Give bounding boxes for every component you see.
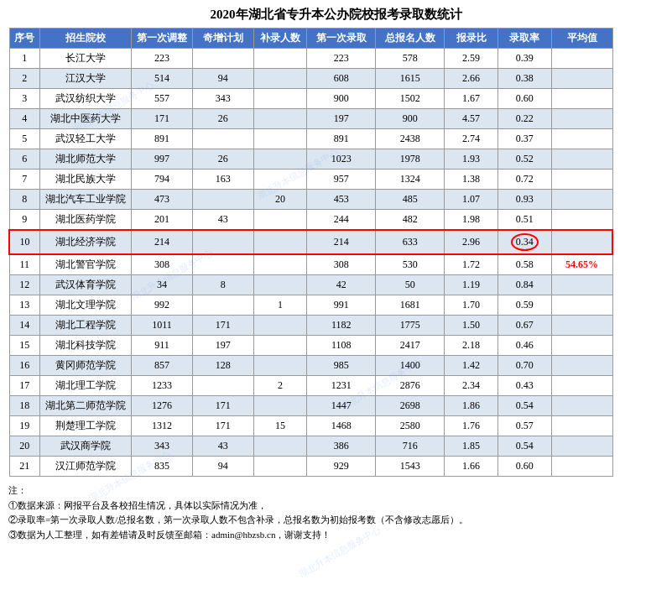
table-cell (253, 89, 307, 109)
table-cell: 473 (132, 190, 193, 210)
table-cell: 1.86 (445, 396, 498, 416)
notes-section: 注：①数据来源：网报平台及各校招生情况，具体以实际情况为准，②录取率=第一次录取… (8, 483, 664, 542)
table-cell: 湖北工程学院 (39, 316, 131, 336)
table-cell: 857 (132, 356, 193, 376)
table-cell: 1023 (307, 149, 376, 170)
table-cell: 1231 (307, 376, 376, 396)
table-cell: 0.46 (497, 336, 551, 356)
table-cell: 17 (9, 376, 39, 396)
table-cell: 2.66 (445, 69, 498, 89)
table-cell (551, 170, 612, 190)
table-cell: 1.38 (445, 170, 498, 190)
table-row: 3武汉纺织大学55734390015021.670.60 (9, 89, 612, 109)
table-row: 15湖北科技学院911197110824172.180.46 (9, 336, 612, 356)
table-row: 13湖北文理学院992199116811.700.59 (9, 295, 612, 316)
table-cell: 18 (9, 396, 39, 416)
table-cell: 2.59 (445, 49, 498, 69)
table-cell: 223 (307, 49, 376, 69)
table-cell: 1775 (376, 316, 445, 336)
table-cell: 湖北警官学院 (39, 254, 131, 275)
note-line: ①数据来源：网报平台及各校招生情况，具体以实际情况为准， (8, 499, 664, 514)
table-cell: 578 (376, 49, 445, 69)
table-cell: 197 (307, 109, 376, 129)
table-cell: 214 (132, 230, 193, 254)
table-cell (253, 170, 307, 190)
table-cell: 19 (9, 416, 39, 436)
table-cell: 26 (192, 149, 253, 170)
table-cell: 0.84 (497, 275, 551, 295)
table-cell: 1543 (376, 457, 445, 477)
column-header: 平均值 (551, 29, 612, 49)
table-cell: 湖北理工学院 (39, 376, 131, 396)
table-cell: 黄冈师范学院 (39, 356, 131, 376)
table-cell (551, 376, 612, 396)
table-cell (253, 254, 307, 275)
table-cell: 0.70 (497, 356, 551, 376)
table-cell: 1.85 (445, 436, 498, 457)
table-cell: 湖北医药学院 (39, 210, 131, 231)
table-cell (551, 69, 612, 89)
table-cell: 15 (253, 416, 307, 436)
table-row: 18湖北第二师范学院1276171144726981.860.54 (9, 396, 612, 416)
table-cell: 42 (307, 275, 376, 295)
table-cell: 武汉纺织大学 (39, 89, 131, 109)
table-cell: 0.34 (497, 230, 551, 254)
table-cell (551, 356, 612, 376)
table-cell (192, 129, 253, 149)
table-cell: 8 (192, 275, 253, 295)
table-cell: 957 (307, 170, 376, 190)
table-cell: 26 (192, 109, 253, 129)
table-cell: 1.19 (445, 275, 498, 295)
column-header: 招生院校 (39, 29, 131, 49)
table-cell: 1.70 (445, 295, 498, 316)
table-cell: 10 (9, 230, 39, 254)
table-cell: 2.96 (445, 230, 498, 254)
table-cell: 2.18 (445, 336, 498, 356)
table-cell: 1 (9, 49, 39, 69)
table-cell: 343 (132, 436, 193, 457)
table-cell: 2698 (376, 396, 445, 416)
table-cell: 14 (9, 316, 39, 336)
table-cell: 长江大学 (39, 49, 131, 69)
table-cell: 1.76 (445, 416, 498, 436)
table-cell (551, 149, 612, 170)
table-cell (551, 49, 612, 69)
table-cell (192, 190, 253, 210)
table-cell: 1 (253, 295, 307, 316)
table-row: 12武汉体育学院34842501.190.84 (9, 275, 612, 295)
table-header: 序号招生院校第一次调整奇增计划补录人数第一次录取总报名人数报录比录取率平均值 (9, 29, 612, 49)
table-cell: 386 (307, 436, 376, 457)
note-line: ③数据为人工整理，如有差错请及时反馈至邮箱：admin@hbzsb.cn，谢谢支… (8, 528, 664, 543)
table-cell: 308 (307, 254, 376, 275)
table-cell: 16 (9, 356, 39, 376)
table-cell (253, 396, 307, 416)
table-cell: 0.38 (497, 69, 551, 89)
table-cell: 94 (192, 69, 253, 89)
table-cell: 3 (9, 89, 39, 109)
table-cell (551, 190, 612, 210)
table-cell: 1502 (376, 89, 445, 109)
table-row: 20武汉商学院343433867161.850.54 (9, 436, 612, 457)
table-cell: 20 (9, 436, 39, 457)
table-cell: 1468 (307, 416, 376, 436)
column-header: 第一次调整 (132, 29, 193, 49)
table-cell: 0.39 (497, 49, 551, 69)
table-cell (253, 316, 307, 336)
table-cell: 0.37 (497, 129, 551, 149)
table-cell (551, 436, 612, 457)
column-header: 序号 (9, 29, 39, 49)
column-header: 补录人数 (253, 29, 307, 49)
table-cell: 湖北中医药大学 (39, 109, 131, 129)
column-header: 报录比 (445, 29, 498, 49)
table-cell: 1.42 (445, 356, 498, 376)
table-cell: 0.54 (497, 436, 551, 457)
column-header: 奇增计划 (192, 29, 253, 49)
table-row: 4湖北中医药大学171261979004.570.22 (9, 109, 612, 129)
table-cell: 1.98 (445, 210, 498, 231)
table-cell: 1681 (376, 295, 445, 316)
table-cell: 1.93 (445, 149, 498, 170)
table-cell: 1.50 (445, 316, 498, 336)
page-wrapper: 2020年湖北省专升本公办院校报考录取数统计 序号招生院校第一次调整奇增计划补录… (0, 0, 672, 549)
table-cell: 武汉商学院 (39, 436, 131, 457)
table-cell: 1447 (307, 396, 376, 416)
